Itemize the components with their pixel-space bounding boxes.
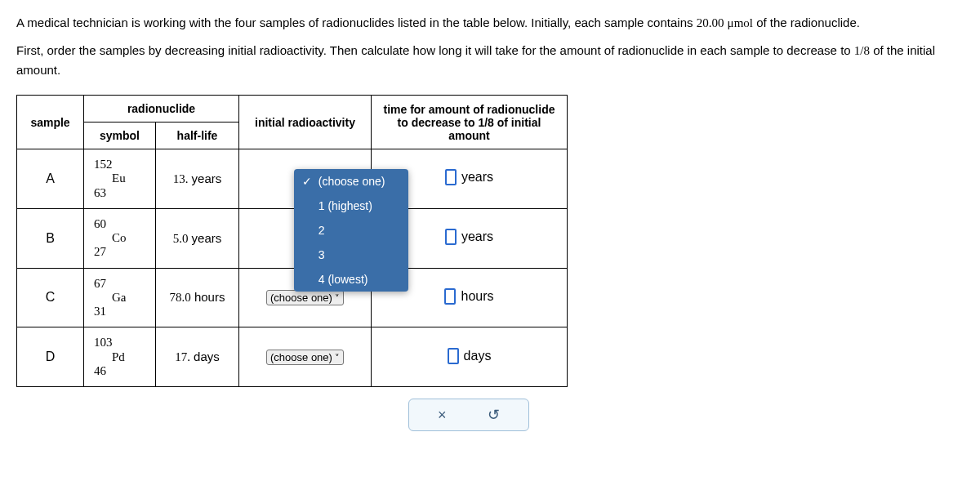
- table-row: D 103 Pd 46 17. days (choose one) days: [17, 327, 568, 387]
- mass-number: 67: [94, 277, 155, 291]
- sample-label: C: [17, 268, 84, 327]
- intro-line1-post: of the radionuclide.: [753, 16, 860, 29]
- atomic-number: 31: [94, 305, 155, 318]
- isotope-symbol: 103 Pd 46: [84, 327, 155, 386]
- mass-number: 103: [94, 336, 155, 350]
- time-unit: hours: [461, 289, 493, 304]
- half-life-cell: 17. days: [156, 327, 239, 387]
- close-icon: ×: [438, 407, 447, 423]
- element-symbol: Co: [94, 231, 127, 244]
- intro-fraction: 1/8: [854, 44, 870, 57]
- initial-radio-cell: (choose one): [239, 327, 372, 387]
- initial-radio-cell: x (choose one) 1 (highest) 2 3 4 (lowest…: [239, 149, 372, 209]
- dropdown-option-2[interactable]: 2: [294, 218, 408, 243]
- atomic-number: 63: [94, 186, 155, 200]
- radioactivity-rank-select[interactable]: (choose one): [266, 350, 344, 365]
- clear-button[interactable]: ×: [438, 407, 447, 424]
- time-input[interactable]: [448, 348, 459, 364]
- dropdown-option-1[interactable]: 1 (highest): [294, 194, 408, 218]
- atomic-number: 27: [94, 245, 155, 259]
- time-unit: years: [461, 229, 493, 244]
- half-life-cell: 78.0 hours: [156, 268, 239, 327]
- dropdown-option-4[interactable]: 4 (lowest): [294, 267, 408, 292]
- mass-number: 60: [94, 217, 155, 231]
- sample-label: D: [17, 327, 84, 387]
- table-row: C 67 Ga 31 78.0 hours (choose one) hours: [17, 268, 568, 327]
- reset-icon: ↺: [488, 407, 500, 423]
- half-life-cell: 5.0 years: [156, 208, 239, 268]
- time-unit: years: [461, 170, 493, 185]
- sample-label: B: [17, 208, 84, 268]
- problem-intro: A medical technician is working with the…: [16, 13, 964, 33]
- problem-intro-2: First, order the samples by decreasing i…: [16, 41, 964, 80]
- atomic-number: 46: [94, 364, 155, 378]
- time-input[interactable]: [445, 229, 457, 245]
- header-sample: sample: [17, 96, 84, 149]
- element-symbol: Ga: [94, 291, 127, 304]
- time-unit: days: [464, 349, 492, 363]
- answer-controls: × ↺: [408, 399, 529, 431]
- mass-number: 152: [94, 158, 155, 172]
- radioactivity-rank-select[interactable]: (choose one): [266, 290, 344, 305]
- intro-amount-unit: μmol: [728, 16, 753, 29]
- header-halflife: half-life: [156, 122, 239, 149]
- header-radionuclide: radionuclide: [84, 96, 239, 122]
- table-row: B 60 Co 27 5.0 years years: [17, 208, 568, 268]
- isotope-symbol: 67 Ga 31: [84, 269, 155, 327]
- element-symbol: Eu: [94, 172, 126, 185]
- isotope-symbol: 60 Co 27: [84, 209, 155, 268]
- sample-label: A: [17, 149, 84, 209]
- intro-amount-num: 20.00: [697, 16, 724, 29]
- header-initial-radio: initial radioactivity: [239, 96, 372, 149]
- dropdown-menu: (choose one) 1 (highest) 2 3 4 (lowest): [294, 169, 408, 292]
- dropdown-option-3[interactable]: 3: [294, 243, 408, 267]
- radioactivity-rank-select[interactable]: x (choose one) 1 (highest) 2 3 4 (lowest…: [302, 172, 309, 185]
- element-symbol: Pd: [94, 350, 125, 363]
- time-input[interactable]: [444, 288, 456, 305]
- radionuclide-table: sample radionuclide initial radioactivit…: [16, 95, 568, 387]
- header-time: time for amount of radionuclide to decre…: [372, 96, 568, 149]
- half-life-cell: 13. years: [156, 149, 239, 209]
- header-symbol: symbol: [84, 122, 156, 149]
- time-input[interactable]: [445, 169, 457, 185]
- table-row: A 152 Eu 63 13. years x (choose one) 1 (…: [17, 149, 568, 209]
- isotope-symbol: 152 Eu 63: [84, 149, 155, 208]
- dropdown-option-placeholder[interactable]: (choose one): [294, 169, 408, 194]
- intro-line2-pre: First, order the samples by decreasing i…: [16, 43, 854, 57]
- reset-button[interactable]: ↺: [488, 406, 500, 424]
- intro-line1-pre: A medical technician is working with the…: [16, 16, 697, 29]
